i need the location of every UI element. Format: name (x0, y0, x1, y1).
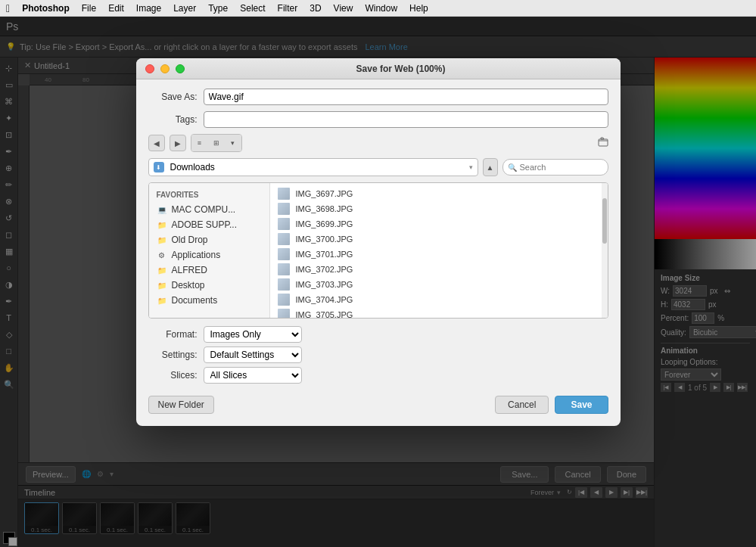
menu-window[interactable]: Window (365, 3, 397, 14)
slices-label: Slices: (148, 370, 198, 381)
scrollbar-thumb[interactable] (602, 198, 607, 244)
file-name: IMG_3704.JPG (296, 295, 353, 304)
maximize-button[interactable] (176, 64, 185, 73)
save-as-input[interactable] (204, 89, 608, 105)
format-label: Format: (148, 329, 198, 340)
file-item[interactable]: IMG_3703.JPG (270, 277, 602, 292)
file-item[interactable]: IMG_3699.JPG (270, 216, 602, 232)
menu-image[interactable]: Image (136, 3, 161, 14)
sidebar-label-desktop: Desktop (172, 280, 205, 291)
file-name: IMG_3699.JPG (296, 219, 353, 228)
location-label: Downloads (170, 162, 215, 172)
file-thumb-icon (278, 203, 290, 215)
up-directory-btn[interactable]: ▲ (483, 158, 498, 176)
file-item[interactable]: IMG_3701.JPG (270, 247, 602, 262)
file-thumb-icon (278, 278, 290, 291)
sidebar-item-documents[interactable]: 📁 Documents (149, 293, 269, 308)
folder-icon-olddrop: 📁 (157, 235, 167, 244)
sidebar-item-alfred[interactable]: 📁 ALFRED (149, 263, 269, 278)
save-button[interactable]: Save (555, 396, 608, 414)
file-item[interactable]: IMG_3700.JPG (270, 232, 602, 247)
menu-type[interactable]: Type (208, 3, 228, 14)
sidebar-item-adobe[interactable]: 📁 ADOBE SUPP... (149, 217, 269, 232)
search-wrapper: 🔍 (502, 159, 608, 176)
format-select-wrapper: Images Only HTML and Images CSS Layers (204, 326, 302, 343)
folder-icon-desktop: 📁 (157, 281, 167, 290)
file-item[interactable]: IMG_3697.JPG (270, 186, 602, 201)
sidebar-label-olddrop: Old Drop (172, 235, 208, 245)
cancel-button[interactable]: Cancel (495, 396, 549, 414)
sidebar-label-applications: Applications (172, 250, 221, 260)
save-as-label: Save As: (148, 92, 198, 102)
menu-filter[interactable]: Filter (278, 3, 298, 14)
file-thumb-icon (278, 248, 290, 260)
sidebar-item-olddrop[interactable]: 📁 Old Drop (149, 232, 269, 247)
location-dropdown[interactable]: ⬇ Downloads ▾ (148, 158, 478, 176)
close-button[interactable] (145, 64, 154, 73)
menu-select[interactable]: Select (240, 3, 265, 14)
file-name: IMG_3698.JPG (296, 204, 353, 213)
apple-menu[interactable]:  (6, 2, 10, 14)
file-item[interactable]: IMG_3702.JPG (270, 262, 602, 277)
scrollbar-track[interactable] (602, 183, 608, 318)
file-item[interactable]: IMG_3698.JPG (270, 201, 602, 216)
format-select[interactable]: Images Only HTML and Images CSS Layers (204, 326, 302, 343)
tags-label: Tags: (148, 114, 198, 125)
sidebar-item-mac[interactable]: 💻 MAC COMPU... (149, 202, 269, 217)
tags-row: Tags: (148, 111, 608, 128)
grid-view-btn[interactable]: ⊞ (208, 135, 225, 151)
settings-select[interactable]: Default Settings Custom (204, 347, 302, 363)
sidebar: Favorites 💻 MAC COMPU... 📁 ADOBE SUPP...… (149, 183, 270, 318)
menu-file[interactable]: File (82, 3, 96, 14)
settings-select-wrapper: Default Settings Custom (204, 347, 302, 363)
menu-3d[interactable]: 3D (310, 3, 321, 14)
dialog-body: Save As: Tags: ◀ ▶ ≡ ⊞ ▾ (136, 79, 621, 426)
file-name: IMG_3705.JPG (296, 310, 353, 318)
format-section: Format: Images Only HTML and Images CSS … (148, 326, 608, 384)
menu-layer[interactable]: Layer (173, 3, 196, 14)
file-thumb-icon (278, 294, 290, 306)
menu-edit[interactable]: Edit (108, 3, 124, 14)
view-options-btn[interactable]: ▾ (225, 135, 241, 151)
file-item[interactable]: IMG_3705.JPG (270, 307, 602, 318)
tags-input[interactable] (204, 111, 608, 128)
file-name: IMG_3702.JPG (296, 265, 353, 274)
minimize-button[interactable] (160, 64, 170, 73)
new-folder-button[interactable]: New Folder (148, 396, 214, 414)
list-view-btn[interactable]: ≡ (191, 135, 208, 151)
sidebar-label-alfred: ALFRED (172, 265, 207, 275)
view-toggle: ≡ ⊞ ▾ (191, 134, 242, 152)
forward-btn[interactable]: ▶ (170, 135, 186, 151)
nav-row: ◀ ▶ ≡ ⊞ ▾ (148, 134, 608, 152)
settings-row: Settings: Default Settings Custom (148, 347, 608, 363)
sidebar-item-applications[interactable]: ⚙ Applications (149, 247, 269, 263)
new-folder-nav-btn[interactable] (598, 137, 608, 150)
file-name: IMG_3700.JPG (296, 235, 353, 244)
sidebar-label-documents: Documents (172, 295, 218, 306)
computer-icon: 💻 (157, 205, 167, 214)
dialog-buttons: New Folder Cancel Save (148, 390, 608, 417)
menu-help[interactable]: Help (409, 3, 428, 14)
slices-select[interactable]: All Slices Selected Slices User Slices (204, 367, 302, 384)
sidebar-label-adobe: ADOBE SUPP... (172, 219, 237, 230)
menu-view[interactable]: View (334, 3, 353, 14)
file-thumb-icon (278, 188, 290, 200)
menu-photoshop[interactable]: Photoshop (22, 3, 70, 14)
format-row: Format: Images Only HTML and Images CSS … (148, 326, 608, 343)
file-item[interactable]: IMG_3704.JPG (270, 292, 602, 307)
file-browser: Favorites 💻 MAC COMPU... 📁 ADOBE SUPP...… (148, 182, 608, 319)
settings-label: Settings: (148, 350, 198, 360)
file-thumb-icon (278, 233, 290, 245)
save-dialog: Save for Web (100%) Save As: Tags: ◀ ▶ (136, 58, 621, 426)
sidebar-item-desktop[interactable]: 📁 Desktop (149, 278, 269, 293)
back-btn[interactable]: ◀ (148, 135, 165, 151)
folder-icon-documents: 📁 (157, 296, 167, 305)
dialog-title: Save for Web (100%) (191, 64, 611, 74)
favorites-label: Favorites (149, 189, 269, 202)
file-name: IMG_3701.JPG (296, 250, 353, 259)
menu-bar:  Photoshop File Edit Image Layer Type S… (0, 0, 756, 17)
app-icon: ⚙ (157, 250, 167, 260)
search-input[interactable] (502, 159, 608, 176)
file-name: IMG_3703.JPG (296, 280, 353, 289)
location-icon: ⬇ (154, 162, 164, 172)
